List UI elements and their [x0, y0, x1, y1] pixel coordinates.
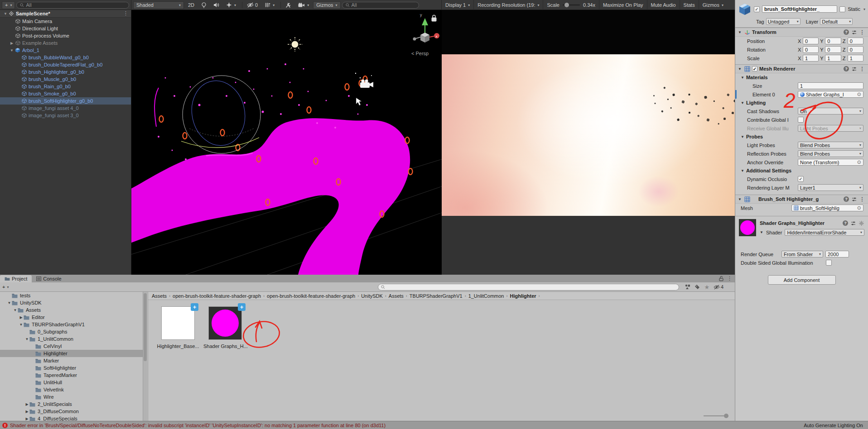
breadcrumb-item[interactable]: UnitySDK — [361, 293, 383, 299]
scene-gizmos-dropdown[interactable]: Gizmos▾ — [313, 1, 340, 9]
gear-icon[interactable] — [858, 220, 864, 226]
sun-gizmo-icon[interactable] — [288, 37, 302, 52]
shader-dropdown[interactable]: Hidden/InternalErrorShade▾ — [785, 229, 864, 236]
breadcrumb-item[interactable]: 1_UnlitCommon — [468, 293, 504, 299]
scale-y-field[interactable]: 1 — [825, 55, 841, 62]
gizmo-cube-icon[interactable] — [420, 33, 429, 43]
rotate-gizmo-circle[interactable] — [181, 76, 260, 153]
presets-icon[interactable] — [851, 29, 857, 35]
mesh-renderer-enabled-checkbox[interactable]: ✓ — [752, 66, 757, 72]
layer-dropdown[interactable]: Default▾ — [820, 18, 853, 25]
expand-arrow-icon[interactable]: ▼ — [3, 12, 8, 16]
hierarchy-item[interactable]: brush_DoubleTaperedFlat_g0_b0 — [0, 61, 131, 68]
hierarchy-item[interactable]: image_fungi asset 4_0 — [0, 105, 131, 112]
presets-icon[interactable] — [850, 220, 856, 226]
favorite-star-icon[interactable]: ★ — [704, 284, 709, 291]
expand-arrow-icon[interactable]: ▼ — [9, 48, 14, 52]
hierarchy-create-button[interactable]: +▾ — [2, 1, 15, 9]
tag-dropdown[interactable]: Untagged▾ — [766, 18, 800, 25]
mesh-renderer-component-header[interactable]: ▼ ✓ Mesh Renderer ? ⋮ — [735, 64, 868, 73]
material-object-field[interactable]: Shader Graphs_I ⊙ — [798, 91, 863, 98]
object-picker-icon[interactable]: ⊙ — [857, 205, 861, 211]
project-tree-item[interactable]: ▶Editor — [0, 314, 143, 321]
breadcrumb-item[interactable]: open-brush-toolkit-feature-shader-graph — [267, 293, 355, 299]
scene-grid-dropdown[interactable]: ▾ — [262, 1, 277, 9]
hierarchy-item[interactable]: ▶Example Assets — [0, 39, 131, 47]
hierarchy-item[interactable]: brush_Smoke_g0_b0 — [0, 90, 131, 97]
rotation-x-field[interactable]: 0 — [803, 46, 819, 53]
display-dropdown[interactable]: Display 1▾ — [442, 0, 474, 10]
camera-gizmo-icon[interactable] — [360, 79, 373, 88]
lock-open-icon[interactable] — [719, 276, 723, 281]
expand-arrow-icon[interactable]: ▼ — [19, 323, 24, 327]
hierarchy-search-input[interactable]: All — [16, 2, 129, 9]
tab-project[interactable]: Project — [0, 275, 32, 282]
hierarchy-item[interactable]: ▼SampleScene*⋮ — [0, 10, 131, 18]
materials-foldout[interactable]: ▼Materials — [735, 73, 868, 81]
hierarchy-item[interactable]: brush_BubbleWand_g0_b0 — [0, 54, 131, 61]
rendering-layer-mask-dropdown[interactable]: Layer1▾ — [798, 184, 863, 191]
materials-size-field[interactable]: 1 — [798, 82, 863, 89]
project-tree-item[interactable]: ▶2_UnlitSpecials — [0, 400, 143, 408]
hierarchy-item[interactable]: brush_Rain_g0_b0 — [0, 83, 131, 90]
cast-shadows-dropdown[interactable]: On▾ — [798, 108, 863, 114]
gameobject-name-field[interactable]: brush_SoftHighlighter_ — [762, 5, 837, 13]
scale-slider[interactable]: Scale 0.34x — [543, 0, 599, 10]
probes-foldout[interactable]: ▼Probes — [735, 133, 868, 141]
kebab-menu-icon[interactable]: ⋮ — [123, 10, 128, 16]
contribute-gi-checkbox[interactable] — [798, 117, 804, 123]
static-checkbox[interactable] — [839, 6, 845, 12]
resolution-dropdown[interactable]: Recording Resolution (19:▾ — [474, 0, 543, 10]
collapse-arrow-icon[interactable]: ▶ — [24, 417, 29, 421]
expand-arrow-icon[interactable]: ▼ — [24, 337, 29, 341]
editor-tools-button[interactable] — [283, 1, 294, 9]
collapse-arrow-icon[interactable]: ▶ — [19, 315, 24, 319]
label-icon[interactable] — [694, 284, 700, 290]
breadcrumb-item[interactable]: open-brush-toolkit-feature-shader-graph — [173, 293, 261, 299]
render-queue-dropdown[interactable]: From Shader▾ — [781, 251, 823, 257]
dynamic-occlusion-checkbox[interactable]: ✓ — [798, 176, 804, 182]
project-create-button[interactable]: +▾ — [2, 284, 9, 290]
toggle-2d-button[interactable]: 2D — [185, 1, 197, 9]
project-tree-item[interactable]: SoftHighlighter — [0, 364, 143, 372]
asset-thumbnail[interactable] — [161, 306, 195, 340]
project-tree-item[interactable]: ▼1_UnlitCommon — [0, 335, 143, 343]
help-icon[interactable]: ? — [844, 66, 849, 72]
anchor-override-field[interactable]: None (Transform)⊙ — [798, 159, 863, 166]
additional-settings-foldout[interactable]: ▼Additional Settings — [735, 167, 868, 175]
mesh-filter-component-header[interactable]: ▼ Brush_Soft Highlighter_g ? ⋮ — [735, 195, 868, 204]
stats-toggle[interactable]: Stats — [680, 0, 699, 10]
maximize-on-play-toggle[interactable]: Maximize On Play — [599, 0, 647, 10]
lock-icon[interactable] — [432, 15, 436, 22]
project-search-input[interactable] — [378, 284, 679, 291]
expand-arrow-icon[interactable]: ▼ — [13, 308, 18, 312]
transform-component-header[interactable]: ▼ Transform ? ⋮ — [735, 28, 868, 37]
project-tree-item[interactable]: Marker — [0, 357, 143, 364]
static-dropdown-arrow[interactable]: ▾ — [863, 7, 865, 11]
collapse-arrow-icon[interactable]: ▶ — [9, 41, 14, 45]
project-tree-item[interactable]: ▶4_DiffuseSpecials — [0, 415, 143, 421]
scene-effects-dropdown[interactable]: ▾ — [223, 1, 239, 9]
presets-icon[interactable] — [851, 66, 857, 72]
light-probes-dropdown[interactable]: Blend Probes▾ — [798, 142, 863, 148]
filter-by-type-icon[interactable] — [685, 284, 690, 290]
help-icon[interactable]: ? — [843, 220, 848, 226]
perspective-label[interactable]: < Persp — [411, 51, 429, 56]
project-tree-item[interactable]: UnlitHull — [0, 379, 143, 386]
project-tree-item[interactable]: CelVinyl — [0, 343, 143, 350]
project-tree-item[interactable]: ▼Assets — [0, 306, 143, 314]
collapse-arrow-icon[interactable]: ▶ — [24, 410, 29, 414]
shading-mode-dropdown[interactable]: Shaded▾ — [133, 1, 184, 9]
hierarchy-item[interactable]: brush_Muscle_g0_b0 — [0, 76, 131, 83]
game-gizmos-dropdown[interactable]: Gizmos▾ — [699, 0, 727, 10]
scene-audio-toggle[interactable] — [211, 1, 222, 9]
object-picker-icon[interactable]: ⊙ — [857, 91, 861, 97]
auto-generate-lighting-status[interactable]: Auto Generate Lighting On — [804, 423, 863, 428]
asset-item[interactable]: +Highlighter_Base... — [156, 306, 200, 349]
scene-lighting-toggle[interactable] — [198, 1, 209, 9]
scene-visibility-toggle[interactable]: 0 — [244, 1, 260, 9]
position-x-field[interactable]: 0 — [803, 38, 819, 44]
position-y-field[interactable]: 0 — [825, 38, 841, 44]
scale-z-field[interactable]: 1 — [848, 55, 863, 62]
lighting-foldout[interactable]: ▼Lighting — [735, 99, 868, 107]
